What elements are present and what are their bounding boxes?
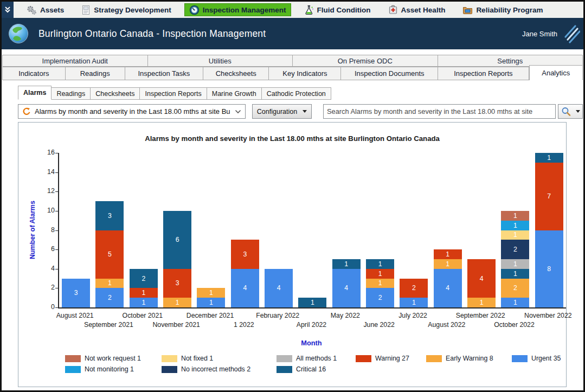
report-selector-dropdown[interactable]: Alarms by month and severity in the Last… (18, 104, 246, 119)
toolbar-item-asset-health[interactable]: Asset Health (384, 3, 450, 16)
bar-segment[interactable]: 1 (535, 153, 563, 163)
configuration-button[interactable]: Configuration (252, 104, 312, 119)
bar-segment[interactable]: 6 (163, 211, 191, 269)
subtab-marine-growth[interactable]: Marine Growth (207, 87, 262, 100)
toolbar-item-assets[interactable]: Assets (22, 3, 68, 16)
y-tick-mark (55, 288, 58, 288)
nav-tabs-row1: Implementation Audit Utilities On Premis… (2, 55, 583, 67)
bar-segment[interactable]: 1 (366, 259, 394, 269)
bar-segment[interactable]: 1 (501, 259, 529, 269)
collapse-toolbar-button[interactable] (2, 2, 14, 18)
bar-segment[interactable]: 1 (501, 211, 529, 221)
bar-segment[interactable]: 5 (95, 230, 124, 279)
x-axis-label: April 2022 (297, 321, 326, 329)
bar-segment[interactable]: 8 (535, 230, 563, 308)
bar-segment[interactable]: 3 (62, 279, 90, 307)
bar-february-2022: 4 (262, 153, 295, 307)
bar-segment[interactable]: 2 (366, 288, 394, 307)
bar-segment[interactable]: 4 (434, 269, 462, 307)
bar-segment[interactable]: 4 (332, 269, 361, 307)
bar-segment[interactable]: 4 (467, 259, 496, 298)
bar-segment[interactable]: 1 (434, 249, 462, 259)
toolbar-item-inspection-management[interactable]: Inspection Management (184, 3, 291, 16)
tab-inspection-reports[interactable]: Inspection Reports (438, 67, 529, 80)
bar-segment[interactable]: 1 (434, 259, 462, 269)
legend-swatch (162, 366, 177, 373)
user-name[interactable]: Jane Smith (522, 30, 557, 38)
bar-segment[interactable]: 2 (400, 279, 428, 298)
bar-segment[interactable]: 1 (501, 298, 529, 307)
legend-swatch (162, 355, 177, 362)
bar-june-2022: 2111 (363, 153, 397, 307)
bar-segment[interactable]: 1 (366, 279, 394, 288)
legend-item: Critical 16 (277, 365, 356, 373)
nav-tabs-row2: Indicators Readings Inspection Tasks Che… (2, 67, 583, 80)
tab-readings[interactable]: Readings (66, 67, 125, 80)
subtab-alarms[interactable]: Alarms (18, 86, 52, 100)
bar-december-2021: 11 (194, 153, 228, 307)
x-axis-label: 1 2022 (234, 321, 254, 329)
toolbar-item-strategy-development[interactable]: Strategy Development (77, 3, 176, 16)
bar-segment[interactable]: 1 (197, 298, 225, 307)
search-button[interactable] (558, 104, 574, 119)
tab-implementation-audit[interactable]: Implementation Audit (2, 55, 148, 67)
bar-may-2022: 41 (330, 153, 363, 307)
search-input[interactable] (323, 104, 556, 119)
magnifier-icon (561, 106, 571, 117)
globe-icon (8, 23, 29, 44)
bar-segment[interactable]: 2 (501, 240, 529, 259)
tab-on-premise-odc[interactable]: On Premise ODC (293, 55, 438, 67)
bar-segment[interactable]: 3 (163, 269, 191, 298)
bar-segment[interactable]: 1 (501, 269, 529, 279)
bar-segment[interactable]: 2 (130, 269, 158, 288)
bar-1-2022: 43 (228, 153, 262, 307)
tab-utilities[interactable]: Utilities (148, 55, 293, 67)
bars-container: 3215311213611434141211112411141211211187… (59, 153, 566, 307)
legend-label: Not monitoring 1 (85, 365, 134, 373)
x-axis-label: November 2021 (152, 321, 200, 329)
subtab-checksheets[interactable]: Checksheets (91, 87, 140, 100)
bar-segment[interactable]: 3 (231, 240, 259, 268)
y-tick-mark (55, 269, 58, 269)
tab-inspection-documents[interactable]: Inspection Documents (341, 67, 438, 80)
legend-swatch (277, 366, 292, 373)
bar-segment[interactable]: 2 (95, 288, 124, 307)
bar-segment[interactable]: 2 (501, 279, 529, 298)
bar-segment[interactable]: 1 (501, 221, 529, 230)
x-axis-label: September 2021 (84, 321, 133, 329)
bar-segment[interactable]: 1 (197, 288, 225, 298)
search-options-dropdown-button[interactable] (574, 104, 583, 119)
tab-inspection-tasks[interactable]: Inspection Tasks (125, 67, 203, 80)
bar-segment[interactable]: 1 (332, 259, 361, 269)
bar-september-2021: 2153 (93, 153, 126, 307)
bar-segment[interactable]: 1 (501, 230, 529, 240)
bar-segment[interactable]: 3 (95, 201, 124, 230)
bar-segment[interactable]: 1 (163, 298, 191, 307)
y-tick-label: 6 (38, 245, 55, 253)
bar-segment[interactable]: 1 (366, 269, 394, 279)
tab-key-indicators[interactable]: Key Indicators (269, 67, 341, 80)
tab-indicators[interactable]: Indicators (2, 67, 66, 80)
y-tick-mark (55, 153, 58, 153)
bar-segment[interactable]: 1 (400, 298, 428, 307)
x-axis-label: October 2022 (494, 321, 535, 329)
y-tick-mark (55, 249, 58, 250)
bar-segment[interactable]: 1 (95, 279, 124, 288)
bar-segment[interactable]: 4 (231, 269, 259, 307)
bar-segment[interactable]: 4 (265, 269, 293, 307)
toolbar-item-fluid-condition[interactable]: Fluid Condition (300, 3, 375, 16)
subtab-inspection-reports[interactable]: Inspection Reports (140, 87, 207, 100)
toolbar-item-label: Asset Health (401, 6, 446, 14)
y-tick-mark (55, 230, 58, 231)
subtab-readings[interactable]: Readings (52, 87, 91, 100)
bar-segment[interactable]: 1 (130, 288, 158, 298)
x-axis-label: February 2022 (256, 312, 299, 319)
tab-analytics[interactable]: Analytics (529, 65, 583, 80)
bar-segment[interactable]: 1 (467, 298, 496, 307)
tab-checksheets[interactable]: Checksheets (203, 67, 269, 80)
bar-segment[interactable]: 1 (298, 298, 326, 307)
bar-segment[interactable]: 1 (130, 298, 158, 307)
bar-segment[interactable]: 7 (535, 163, 563, 230)
subtab-cathodic-protection[interactable]: Cathodic Protection (262, 87, 331, 100)
toolbar-item-reliability-program[interactable]: Reliability Program (458, 3, 547, 16)
